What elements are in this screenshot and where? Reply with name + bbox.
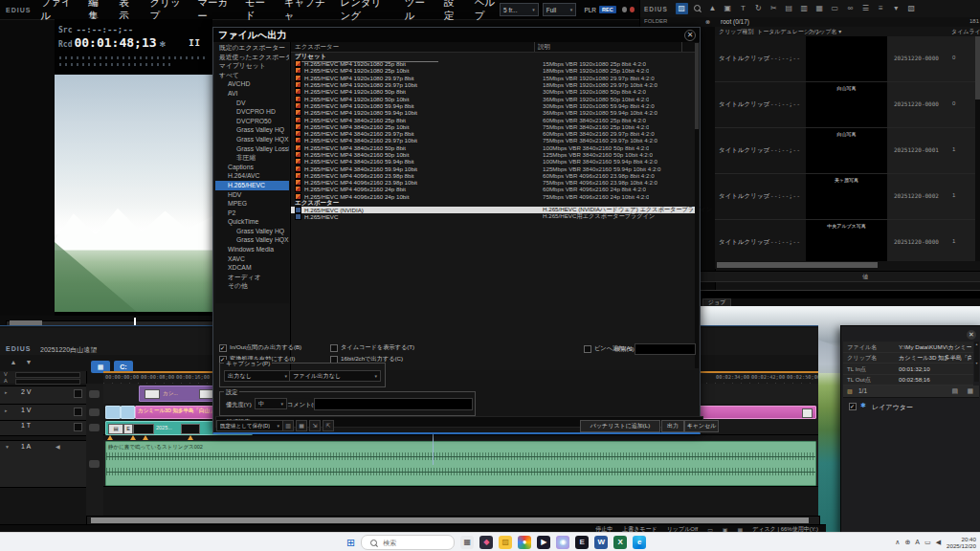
excel-icon[interactable]: X [613, 536, 627, 549]
word-icon[interactable]: W [594, 536, 608, 549]
track-mode-badge[interactable] [89, 460, 100, 468]
media-player-icon[interactable]: ▶ [537, 536, 550, 549]
tree-item[interactable]: H.264/AVC [215, 171, 289, 181]
tree-item[interactable]: DVCPRO50 [215, 117, 289, 126]
start-button[interactable]: ⊞ [346, 537, 355, 549]
tree-item[interactable]: Grass Valley Lossless [215, 144, 289, 154]
preset-search-input[interactable] [635, 343, 696, 355]
tree-item[interactable]: DV [215, 99, 289, 108]
tree-item[interactable]: Grass Valley HQ [215, 227, 289, 236]
tree-item[interactable]: XDCAM [215, 263, 289, 273]
plr-button[interactable]: PLR [584, 7, 596, 13]
paste-icon[interactable]: ▥ [798, 3, 811, 14]
bin-tab[interactable]: ジョブ [702, 298, 731, 306]
view-menu-icon[interactable]: ▾ [890, 3, 902, 14]
H.265/HEVC MP4 1920x1080 59.94p 8bit[interactable]: H.265/HEVC MP4 1920x1080 59.94p 8bit 30M… [291, 102, 699, 109]
scrollbar-thumb[interactable] [91, 518, 809, 523]
tree-item[interactable]: AVI [215, 89, 289, 99]
close-icon[interactable]: ✕ [684, 30, 696, 41]
collapse-icon[interactable]: ▼ [5, 444, 10, 450]
cancel-button[interactable]: キャンセル [684, 420, 719, 432]
dialog-titlebar[interactable]: ファイルへ出力 ✕ [213, 28, 700, 42]
export-preset-icon[interactable]: ⇱ [323, 420, 334, 431]
column-name[interactable]: クリップ名 ▾ [808, 28, 841, 36]
window-minimize-button[interactable] [622, 7, 627, 12]
tree-item[interactable]: XAVC [215, 254, 289, 264]
caption-output-select[interactable]: 出力なし▾ [224, 370, 291, 382]
column-description[interactable]: 説明 [538, 43, 550, 52]
H.265/HEVC MP4 3840x2160 50p 10bit[interactable]: H.265/HEVC MP4 3840x2160 50p 10bit 125Mb… [291, 151, 699, 158]
menu-item[interactable]: レンダリング [340, 0, 390, 23]
tree-item[interactable]: 最近使ったエクスポーター [215, 53, 289, 62]
delete-icon[interactable]: ▦ [813, 3, 826, 14]
H.265/HEVC MP4 1920x1080 50p 8bit[interactable]: H.265/HEVC MP4 1920x1080 50p 8bit 30Mbps… [291, 88, 699, 95]
expand-icon[interactable]: ▸ [5, 408, 8, 413]
photos-icon[interactable]: ◆ [479, 536, 493, 549]
properties-icon[interactable]: ☰ [859, 3, 872, 14]
tray-chevron-icon[interactable]: ∧ [895, 539, 900, 546]
track-header-1a[interactable]: ▼ 1 A ◀ [0, 440, 87, 488]
edge-icon[interactable]: e [633, 536, 646, 549]
tree-item[interactable]: AVCHD [215, 79, 289, 89]
tree-item[interactable]: オーディオ [215, 273, 289, 282]
folder-open-icon[interactable]: ▨ [676, 3, 688, 14]
grid-view-icon[interactable]: ▦ [967, 387, 973, 395]
close-icon[interactable]: ✕ [967, 330, 976, 340]
bin-vscrollbar[interactable] [975, 36, 980, 261]
bin-clip-row[interactable]: タイトルクリップ --:--:--;-- 白山写真 20251220-0001 … [715, 128, 980, 174]
list-view-icon[interactable]: ≡ [875, 3, 887, 14]
send-to-monitor-icon[interactable]: ▭ [829, 3, 841, 14]
mute-toggle[interactable] [74, 389, 82, 398]
copy-icon[interactable]: ▤ [783, 3, 795, 14]
save-default-dropdown[interactable]: 既定値として保存(D)▾ [216, 420, 283, 431]
palette-vscrollbar[interactable]: ▴▾ [974, 342, 979, 382]
effect-row-layouter[interactable]: ✱ レイアウター [843, 401, 979, 412]
H.265/HEVC MP4 1920x1080 29.97p 10bit[interactable]: H.265/HEVC MP4 1920x1080 29.97p 10bit 18… [291, 81, 699, 88]
explorer-icon[interactable]: ▨ [499, 536, 512, 549]
export-option-checkbox[interactable]: In/Out点間のみ出力する(B) [219, 343, 326, 352]
list-view-icon[interactable]: ▤ [951, 387, 958, 395]
dialog-vscrollbar[interactable] [695, 43, 699, 368]
priority-select[interactable]: 中▾ [255, 398, 287, 409]
bin-hscrollbar[interactable] [715, 261, 980, 269]
H.265/HEVC MP4 1920x1080 25p 8bit[interactable]: H.265/HEVC MP4 1920x1080 25p 8bit 15Mbps… [291, 60, 699, 67]
tree-item[interactable]: すべて [215, 71, 289, 80]
chrome-icon[interactable]: ● [518, 536, 531, 549]
column-type[interactable]: クリップ種別 [719, 28, 754, 36]
a-master-slider[interactable] [15, 379, 80, 385]
timeline-mark2-icon[interactable]: ▼ [23, 357, 34, 367]
taskbar-clock[interactable]: 20:40 2025/12/20 [947, 536, 976, 549]
tree-item[interactable]: Grass Valley HQX [215, 135, 289, 144]
H.265/HEVC MP4 3840x2160 25p 8bit[interactable]: H.265/HEVC MP4 3840x2160 25p 8bit 60Mbps… [291, 116, 699, 122]
column-timeline-ref[interactable]: タイムライン参照 [951, 28, 980, 36]
H.265/HEVC MP4 3840x2160 29.97p 10bit[interactable]: H.265/HEVC MP4 3840x2160 29.97p 10bit 75… [291, 137, 699, 143]
scrollbar-thumb[interactable] [695, 43, 699, 129]
tree-item[interactable]: Windows Media [215, 245, 289, 254]
comment-input[interactable] [314, 398, 473, 410]
H.265/HEVC MP4 1920x1080 29.97p 8bit[interactable]: H.265/HEVC MP4 1920x1080 29.97p 8bit 15M… [291, 75, 699, 81]
edius-icon[interactable]: E [575, 536, 589, 549]
cut-icon[interactable]: ✂ [768, 3, 780, 14]
H.265/HEVC MP4 4096x2160 23.98p 10bit[interactable]: H.265/HEVC MP4 4096x2160 23.98p 10bit 75… [291, 179, 699, 186]
tree-item[interactable]: DVCPRO HD [215, 107, 289, 117]
clip-still-2[interactable] [121, 406, 135, 419]
H.265/HEVC MP4 1920x1080 59.94p 10bit[interactable]: H.265/HEVC MP4 1920x1080 59.94p 10bit 36… [291, 109, 699, 116]
tray-volume-icon[interactable]: ◀ [936, 539, 941, 546]
H.265/HEVC MP4 3840x2160 59.94p 8bit[interactable]: H.265/HEVC MP4 3840x2160 59.94p 8bit 100… [291, 158, 699, 165]
menu-item[interactable]: ヘルプ [475, 0, 500, 23]
close-icon[interactable]: ⊗ [705, 18, 710, 25]
expand-icon[interactable]: ▸ [5, 389, 8, 395]
clip-still-1[interactable] [105, 406, 121, 419]
scrollbar-thumb[interactable] [975, 36, 980, 99]
tree-item[interactable]: その他 [215, 281, 289, 291]
speaker-icon[interactable]: ◀ [56, 443, 60, 450]
track-mode-badge[interactable] [89, 408, 100, 416]
caption-file-select[interactable]: ファイル出力なし▾ [289, 370, 381, 382]
tree-item[interactable]: MPEG [215, 199, 289, 209]
H.265/HEVC[interactable]: H.265/HEVC H.265/HEVC用エクスポータープラグイン [291, 213, 699, 220]
tray-network-icon[interactable]: ⊕ [904, 539, 910, 546]
export-option-checkbox[interactable]: タイムコードを表示する(T) [330, 343, 414, 352]
H.265/HEVC MP4 3840x2160 29.97p 8bit[interactable]: H.265/HEVC MP4 3840x2160 29.97p 8bit 60M… [291, 130, 699, 137]
fps-dropdown[interactable]: 5 fr...▾ [500, 3, 539, 16]
menu-item[interactable]: 設定 [444, 0, 460, 23]
